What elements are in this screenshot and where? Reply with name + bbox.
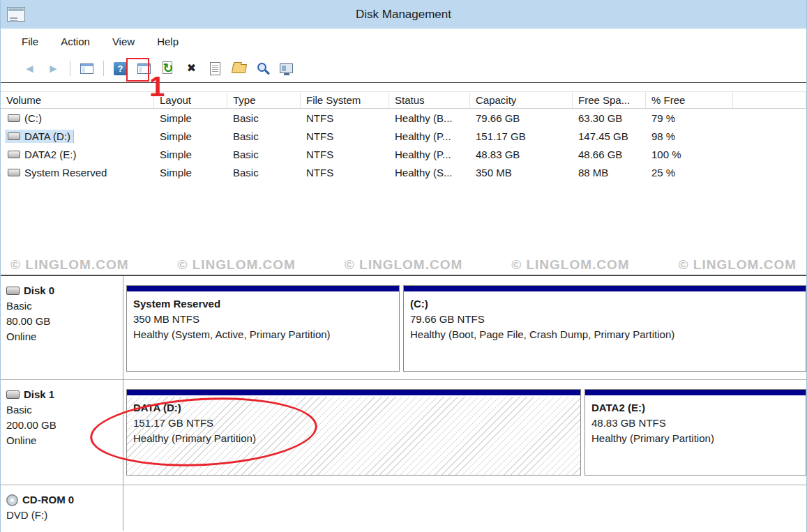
disk-1-partitions: DATA (D:) 151.17 GB NTFS Healthy (Primar… — [123, 380, 806, 485]
partition-status: Healthy (System, Active, Primary Partiti… — [133, 327, 393, 342]
help-button[interactable]: ? — [111, 59, 130, 78]
partition-title: DATA (D:) — [133, 400, 574, 416]
volume-table-header: Volume Layout Type File System Status Ca… — [1, 91, 806, 109]
volume-pct-free: 100 % — [646, 149, 733, 160]
window-title: Disk Management — [1, 8, 806, 22]
disk-management-window: Disk Management File Action View Help ◄ … — [0, 0, 807, 532]
help-icon: ? — [114, 62, 127, 75]
menu-file[interactable]: File — [22, 36, 38, 47]
disk-1-row: Disk 1 Basic 200.00 GB Online DATA (D:) … — [1, 380, 806, 485]
volume-type: Basic — [227, 130, 301, 142]
delete-icon: ✖ — [187, 63, 196, 74]
disk-type: DVD (F:) — [6, 508, 123, 523]
volume-name: (C:) — [24, 112, 42, 124]
partition-size: 79.66 GB NTFS — [410, 312, 799, 327]
volume-row-data2-e[interactable]: DATA2 (E:) Simple Basic NTFS Healthy (P.… — [1, 145, 806, 163]
volume-layout: Simple — [154, 112, 227, 124]
watermark-text: © LINGLOM.COM — [345, 257, 462, 273]
menu-view[interactable]: View — [112, 36, 135, 47]
partition-color-bar — [127, 286, 399, 293]
volume-status: Healthy (S... — [389, 167, 470, 178]
partition-size: 151.17 GB NTFS — [133, 416, 574, 431]
volume-free-space: 63.30 GB — [573, 112, 646, 124]
volume-pct-free: 79 % — [646, 112, 733, 124]
volume-layout: Simple — [154, 149, 227, 160]
cdrom-0-info[interactable]: CD-ROM 0 DVD (F:) — [1, 485, 123, 531]
partition-status: Healthy (Primary Partition) — [591, 431, 799, 446]
disk-0-row: Disk 0 Basic 80.00 GB Online System Rese… — [1, 276, 806, 380]
delete-button[interactable]: ✖ — [182, 59, 201, 78]
toolbar-separator — [70, 61, 70, 76]
disk-0-info[interactable]: Disk 0 Basic 80.00 GB Online — [1, 276, 123, 379]
column-header-volume[interactable]: Volume — [1, 92, 154, 108]
volume-type: Basic — [227, 149, 301, 160]
volume-name: DATA2 (E:) — [24, 149, 76, 160]
partition-title: (C:) — [410, 296, 799, 312]
disk-1-info[interactable]: Disk 1 Basic 200.00 GB Online — [1, 380, 123, 485]
volume-type: Basic — [227, 167, 301, 178]
partition-status: Healthy (Boot, Page File, Crash Dump, Pr… — [410, 327, 799, 342]
drive-icon — [8, 132, 20, 140]
column-header-status[interactable]: Status — [389, 92, 470, 108]
column-header-file-system[interactable]: File System — [301, 92, 389, 108]
volume-free-space: 48.66 GB — [573, 149, 646, 160]
volume-capacity: 48.83 GB — [470, 149, 573, 160]
search-icon — [255, 61, 270, 76]
volume-name: DATA (D:) — [24, 130, 70, 142]
partition-c[interactable]: (C:) 79.66 GB NTFS Healthy (Boot, Page F… — [403, 285, 806, 372]
column-header-empty — [733, 92, 806, 108]
partition-data-d[interactable]: DATA (D:) 151.17 GB NTFS Healthy (Primar… — [126, 389, 581, 476]
volume-row-system-reserved[interactable]: System Reserved Simple Basic NTFS Health… — [1, 163, 806, 181]
refresh-button[interactable]: ↻ — [158, 59, 177, 78]
graphical-view-pane: Disk 0 Basic 80.00 GB Online System Rese… — [1, 276, 806, 531]
volume-status: Healthy (P... — [389, 149, 470, 160]
back-button[interactable]: ◄ — [20, 59, 39, 78]
volume-file-system: NTFS — [301, 130, 389, 142]
search-button[interactable] — [253, 59, 272, 78]
console-window-icon — [137, 63, 151, 74]
cdrom-0-media-area — [123, 485, 806, 531]
partition-system-reserved[interactable]: System Reserved 350 MB NTFS Healthy (Sys… — [126, 285, 400, 372]
watermark-row: © LINGLOM.COM © LINGLOM.COM © LINGLOM.CO… — [1, 257, 806, 273]
volume-capacity: 79.66 GB — [470, 112, 573, 124]
disk-type: Basic — [6, 402, 123, 418]
watermark-text: © LINGLOM.COM — [511, 257, 629, 273]
volume-capacity: 151.17 GB — [470, 130, 573, 142]
volume-status: Healthy (P... — [389, 130, 470, 142]
partition-data2-e[interactable]: DATA2 (E:) 48.83 GB NTFS Healthy (Primar… — [584, 389, 806, 476]
volume-row-c[interactable]: (C:) Simple Basic NTFS Healthy (B... 79.… — [1, 109, 806, 127]
volume-capacity: 350 MB — [470, 167, 573, 178]
title-bar: Disk Management — [1, 0, 806, 29]
properties-button[interactable] — [206, 59, 225, 78]
volume-list-pane: Volume Layout Type File System Status Ca… — [1, 83, 806, 276]
volume-layout: Simple — [154, 130, 227, 142]
column-header-capacity[interactable]: Capacity — [470, 92, 573, 108]
volume-layout: Simple — [154, 167, 227, 178]
volume-row-data-d[interactable]: DATA (D:) Simple Basic NTFS Healthy (P..… — [1, 127, 806, 145]
disk-size: 200.00 GB — [6, 418, 123, 433]
snapin-button[interactable] — [277, 59, 296, 78]
drive-icon — [8, 114, 20, 122]
menu-action[interactable]: Action — [61, 36, 90, 47]
snap-in-icon — [280, 63, 293, 73]
column-header-pct-free[interactable]: % Free — [646, 92, 733, 108]
column-header-free-space[interactable]: Free Spa... — [573, 92, 646, 108]
disk-status: Online — [6, 433, 123, 448]
open-button[interactable] — [229, 59, 248, 78]
hard-disk-icon — [6, 390, 20, 399]
partition-title: System Reserved — [133, 296, 393, 312]
column-header-type[interactable]: Type — [227, 92, 301, 108]
disk-name: Disk 1 — [24, 387, 54, 402]
show-console-button[interactable] — [135, 59, 153, 78]
volume-pct-free: 25 % — [646, 167, 733, 178]
console-tree-button[interactable] — [77, 59, 96, 78]
menu-help[interactable]: Help — [157, 36, 179, 47]
column-header-layout[interactable]: Layout — [154, 92, 227, 108]
volume-file-system: NTFS — [301, 149, 389, 160]
forward-button[interactable]: ► — [44, 59, 63, 78]
console-window-icon — [80, 63, 93, 74]
drive-icon — [8, 169, 20, 176]
partition-size: 350 MB NTFS — [133, 312, 393, 327]
properties-icon — [210, 62, 220, 75]
toolbar-separator — [103, 61, 104, 76]
